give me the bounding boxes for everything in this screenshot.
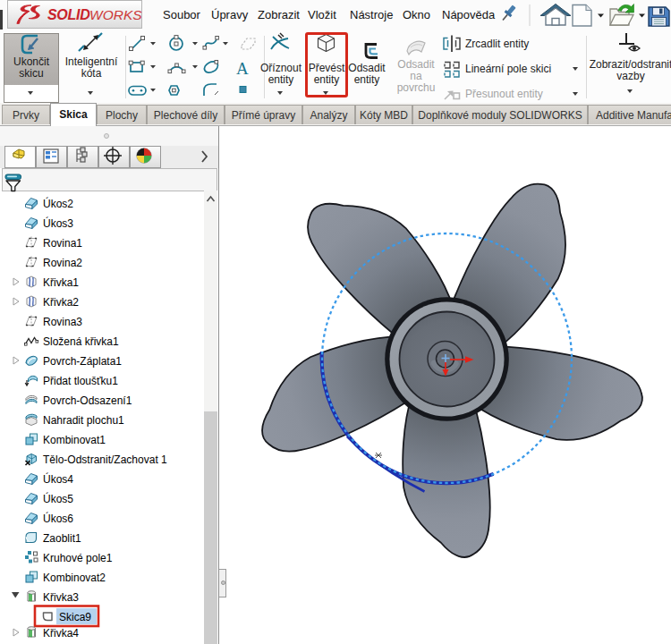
svg-text:SOLID: SOLID [47, 7, 90, 22]
svg-text:Povrch-Záplata1: Povrch-Záplata1 [43, 355, 122, 368]
svg-text:Kombinovat2: Kombinovat2 [43, 572, 106, 584]
svg-text:A: A [236, 59, 249, 78]
svg-text:Zaoblit1: Zaoblit1 [43, 532, 81, 545]
svg-text:Skica9: Skica9 [59, 611, 91, 623]
svg-text:Přidat tloušťku1: Přidat tloušťku1 [43, 375, 118, 387]
svg-text:Křivka2: Křivka2 [43, 296, 79, 309]
svg-text:Tělo-Odstranit/Zachovat 1: Tělo-Odstranit/Zachovat 1 [43, 453, 167, 466]
svg-text:Křivka1: Křivka1 [43, 276, 79, 289]
svg-text:Rovina2: Rovina2 [43, 257, 82, 269]
svg-text:Úkos5: Úkos5 [43, 492, 73, 505]
svg-text:Křivka4: Křivka4 [43, 627, 79, 640]
svg-text:Kruhové pole1: Kruhové pole1 [43, 552, 113, 564]
svg-text:Úkos6: Úkos6 [43, 512, 73, 525]
svg-text:Složená křivka1: Složená křivka1 [43, 335, 119, 348]
svg-text:Úkos3: Úkos3 [43, 216, 73, 230]
svg-text:WORKS: WORKS [89, 7, 142, 22]
svg-text:Křivka3: Křivka3 [43, 591, 79, 604]
svg-text:Úkos2: Úkos2 [43, 197, 73, 210]
svg-text:Nahradit plochu1: Nahradit plochu1 [43, 414, 124, 427]
svg-text:Rovina1: Rovina1 [43, 237, 82, 250]
svg-text:Povrch-Odsazení1: Povrch-Odsazení1 [43, 394, 132, 407]
svg-text:Kombinovat1: Kombinovat1 [43, 434, 106, 446]
svg-text:Úkos4: Úkos4 [43, 472, 73, 486]
svg-text:Rovina3: Rovina3 [43, 316, 82, 328]
